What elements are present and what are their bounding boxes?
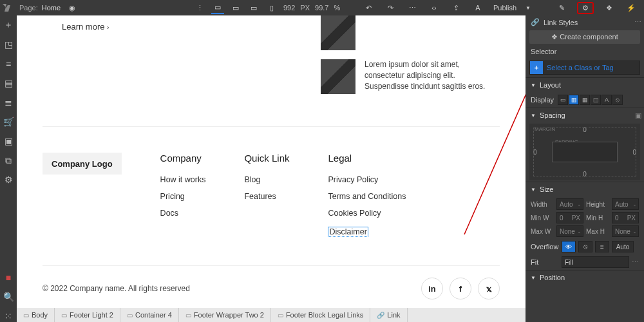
footer-link[interactable]: Blog <box>244 175 289 184</box>
card <box>321 15 500 50</box>
search-icon[interactable]: 🔍 <box>3 291 14 303</box>
footer-link[interactable]: Cookies Policy <box>328 209 406 218</box>
copyright: © 2022 Company name. All rights reserved <box>43 284 190 293</box>
maxh-input[interactable]: None- <box>612 225 639 237</box>
twitter-icon[interactable]: 𝕩 <box>478 278 500 299</box>
spacing-editor[interactable]: MARGIN PADDING 0 0 0 0 <box>529 124 640 180</box>
cube-icon[interactable]: ◳ <box>3 39 14 50</box>
canvas-width[interactable]: 992 <box>283 4 295 12</box>
spacing-expand-icon[interactable]: ▣ <box>635 111 641 120</box>
footer-link[interactable]: Pricing <box>160 192 206 201</box>
settings-tab-highlight[interactable]: ⚙ <box>577 2 594 14</box>
create-component-button[interactable]: ❖ Create component <box>529 30 640 44</box>
brush-icon[interactable]: ✎ <box>555 1 568 14</box>
video-icon[interactable]: ■ <box>3 272 14 283</box>
facebook-icon[interactable]: f <box>450 278 471 299</box>
footer-link[interactable]: Docs <box>160 209 206 218</box>
fit-more-icon[interactable]: ⋯ <box>632 258 639 267</box>
display-block[interactable]: ▭ <box>558 95 568 105</box>
footer-col-quicklink: Quick Link Blog Features <box>244 153 289 237</box>
webflow-logo-icon[interactable] <box>0 0 15 15</box>
bp-mobile-icon[interactable]: ▯ <box>265 1 278 14</box>
display-grid[interactable]: ▦ <box>580 95 590 105</box>
bp-desktop-icon[interactable]: ▭ <box>211 1 224 14</box>
display-flex[interactable]: ▥ <box>569 95 579 105</box>
link-icon: 🔗 <box>531 18 540 26</box>
pages-icon[interactable]: ▤ <box>3 77 14 89</box>
gear-icon[interactable]: ⚙ <box>582 4 589 12</box>
preview-icon[interactable]: ◉ <box>66 1 79 14</box>
page-name[interactable]: Home <box>42 4 61 12</box>
bp-landscape-icon[interactable]: ▭ <box>247 1 260 14</box>
interactions-icon[interactable]: ❖ <box>603 1 616 14</box>
overflow-auto[interactable]: Auto <box>612 241 634 252</box>
linkedin-icon[interactable]: in <box>421 278 443 299</box>
display-inlineblock[interactable]: ◫ <box>591 95 601 105</box>
chevron-down-icon[interactable]: ▼ <box>526 5 531 11</box>
more-icon[interactable]: ⋯ <box>634 18 641 26</box>
dots-icon[interactable]: ⋮ <box>193 1 206 14</box>
effects-icon[interactable]: ⚡ <box>625 1 638 14</box>
minh-input[interactable]: 0PX <box>612 212 639 223</box>
add-icon[interactable]: ＋ <box>3 19 14 31</box>
crumb-container[interactable]: ▭Container 4 <box>120 308 179 322</box>
page-canvas[interactable]: Learn more › Lorem ipsum dolor sit amet,… <box>17 15 526 308</box>
section-position[interactable]: ▼Position <box>526 270 644 285</box>
footer-link[interactable]: Terms and Conditions <box>328 192 406 201</box>
section-spacing[interactable]: ▼Spacing▣ <box>526 108 644 122</box>
crumb-body[interactable]: ▭Body <box>17 308 55 322</box>
zoom-value[interactable]: 99.7 <box>315 4 328 12</box>
overflow-hidden[interactable]: ⦸ <box>578 241 592 252</box>
settings-icon[interactable]: ⚙ <box>3 174 14 185</box>
footer-heading: Quick Link <box>244 153 289 164</box>
maxw-input[interactable]: None- <box>556 225 583 237</box>
help-icon[interactable]: ⁙ <box>3 310 14 322</box>
crumb-wrapper[interactable]: ▭Footer Wrapper Two 2 <box>179 308 271 322</box>
overflow-scroll[interactable]: ≡ <box>595 241 609 252</box>
thumbnail <box>321 15 355 50</box>
footer-link[interactable]: How it works <box>160 175 206 184</box>
height-input[interactable]: Auto- <box>612 198 639 210</box>
left-toolbar: ＋ ◳ ≡ ▤ ≣ 🛒 ▣ ⧉ ⚙ ■ 🔍 ⁙ <box>0 15 17 322</box>
display-none[interactable]: ⦸ <box>612 95 623 105</box>
fit-label: Fit <box>531 258 559 266</box>
publish-button[interactable]: Publish <box>493 4 516 12</box>
crumb-link[interactable]: 🔗Link <box>370 308 407 322</box>
footer-heading: Legal <box>328 153 406 164</box>
thumbnail <box>321 59 355 94</box>
selector-input[interactable]: + Select a Class or Tag <box>529 61 640 75</box>
crumb-footer-light[interactable]: ▭Footer Light 2 <box>55 308 120 322</box>
users-icon[interactable]: ▣ <box>3 135 14 147</box>
selector-placeholder: Select a Class or Tag <box>543 64 614 71</box>
style-panel: 🔗 Link Styles ⋯ ❖ Create component Selec… <box>526 15 644 322</box>
footer-heading: Company <box>160 153 206 164</box>
plus-icon[interactable]: + <box>530 61 543 74</box>
divider <box>43 126 500 127</box>
footer: Company Logo Company How it works Pricin… <box>43 153 500 237</box>
width-input[interactable]: Auto- <box>556 198 583 210</box>
redo-icon[interactable]: ↷ <box>384 1 397 14</box>
selected-link-disclaimer[interactable]: Disclaimer <box>328 227 368 237</box>
ecommerce-icon[interactable]: 🛒 <box>3 116 14 128</box>
assets-icon[interactable]: ⧉ <box>3 155 14 166</box>
section-layout[interactable]: ▼Layout <box>526 77 644 92</box>
display-inline[interactable]: A <box>601 95 612 105</box>
export-icon[interactable]: ⇪ <box>450 1 462 14</box>
footer-link[interactable]: Privacy Policy <box>328 175 406 184</box>
comments-icon[interactable]: ⋯ <box>406 1 419 14</box>
layers-icon[interactable]: ≡ <box>3 58 14 70</box>
component-icon: ❖ <box>551 33 558 41</box>
cms-icon[interactable]: ≣ <box>3 97 14 108</box>
footer-link[interactable]: Features <box>244 192 289 201</box>
code-icon[interactable]: ‹› <box>428 1 440 14</box>
fit-select[interactable]: Fill <box>562 256 629 268</box>
bp-tablet-icon[interactable]: ▭ <box>229 1 242 14</box>
crumb-block[interactable]: ▭Footer Block Legal Links <box>271 308 370 322</box>
learn-more-link[interactable]: Learn more › <box>43 22 308 32</box>
minw-input[interactable]: 0PX <box>556 212 583 223</box>
section-size[interactable]: ▼Size <box>526 182 644 196</box>
audit-icon[interactable]: A <box>471 1 484 14</box>
overflow-visible[interactable]: 👁 <box>562 241 576 252</box>
undo-icon[interactable]: ↶ <box>362 1 375 14</box>
px-label: PX <box>300 4 310 12</box>
